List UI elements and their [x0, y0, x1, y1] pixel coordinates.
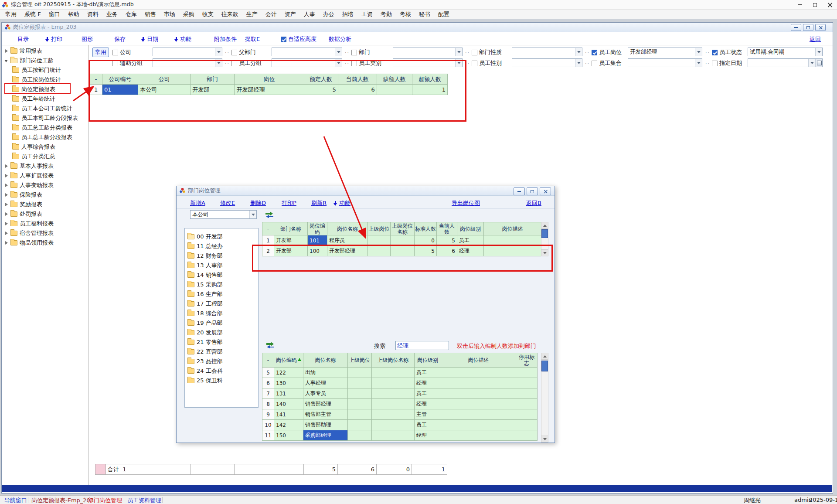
scroll-down-icon[interactable] [541, 249, 548, 256]
dropdown-arrow-icon[interactable] [335, 59, 342, 67]
column-header[interactable]: - [262, 353, 274, 368]
tree-item[interactable]: 部门岗位工龄 [2, 56, 88, 65]
scroll-thumb[interactable] [541, 229, 548, 238]
table-cell[interactable] [368, 235, 391, 246]
filter-select[interactable] [153, 48, 222, 56]
tree-collapse-icon[interactable] [4, 183, 9, 188]
table-cell[interactable]: 开发部 [274, 235, 308, 246]
filter-checkbox[interactable] [231, 50, 237, 55]
filter-checkbox-checked[interactable] [592, 50, 597, 55]
tree-item[interactable]: 常用报表 [2, 46, 88, 56]
function-button[interactable]: 功能 [333, 199, 350, 207]
table-cell[interactable]: 经理 [415, 430, 441, 441]
menu-item[interactable]: 往来款 [218, 10, 242, 18]
table-cell[interactable]: 开发部 [274, 246, 308, 256]
tree-item-selected[interactable]: 00 开发部 [187, 232, 257, 242]
row-number-cell[interactable]: 2 [262, 246, 274, 256]
table-cell[interactable]: 员工 [415, 388, 441, 399]
swap-icon[interactable] [265, 211, 274, 218]
table-cell[interactable] [516, 368, 538, 378]
table-cell[interactable]: 人事专员 [303, 388, 348, 399]
table-cell[interactable]: 开发部经理 [327, 246, 368, 256]
table-cell[interactable] [441, 399, 516, 409]
table-cell[interactable] [372, 420, 415, 430]
table-row[interactable]: 1 开发部 101 程序员 0 5 员工 [262, 235, 541, 246]
tree-collapse-icon[interactable] [4, 212, 9, 217]
menu-item[interactable]: 会计 [262, 10, 281, 18]
table-cell[interactable]: 出纳 [303, 368, 348, 378]
tree-item[interactable]: 物品领用报表 [2, 238, 88, 248]
table-cell[interactable] [391, 235, 415, 246]
table-cell[interactable]: 销售部经理 [303, 399, 348, 409]
table-cell[interactable] [372, 399, 415, 409]
minimize-icon[interactable] [791, 24, 801, 31]
table-cell[interactable]: 140 [274, 399, 303, 409]
filter-select[interactable] [272, 48, 342, 56]
column-header[interactable]: 超额人数 [412, 74, 447, 85]
table-cell[interactable]: 142 [274, 420, 303, 430]
menu-item[interactable]: 收支 [198, 10, 218, 18]
tree-item[interactable]: 15 采购部 [187, 280, 257, 289]
dropdown-arrow-icon[interactable] [215, 48, 222, 56]
extract-button[interactable]: 提取E [245, 35, 260, 43]
table-cell[interactable]: 开发部经理 [235, 85, 304, 95]
search-input[interactable] [395, 341, 449, 350]
table-cell[interactable] [484, 235, 541, 246]
tree-item[interactable]: 员工本公司工龄统计 [2, 104, 88, 113]
menu-item[interactable]: 常用 [1, 10, 20, 18]
scrollbar[interactable] [541, 222, 548, 256]
filter-select[interactable] [628, 58, 702, 67]
dropdown-arrow-icon[interactable] [695, 48, 702, 56]
filter-checkbox[interactable] [472, 50, 477, 55]
tree-collapse-icon[interactable] [4, 49, 9, 54]
tree-item[interactable]: 奖励报表 [2, 200, 88, 209]
tree-collapse-icon[interactable] [4, 231, 9, 236]
table-row[interactable]: 9 141 销售部主管 主管 [262, 409, 538, 420]
table-cell[interactable]: 经理 [415, 378, 441, 388]
tree-item[interactable]: 人事变动报表 [2, 180, 88, 190]
minimize-icon[interactable] [514, 187, 525, 195]
row-number-cell[interactable]: 1 [262, 235, 274, 246]
column-header[interactable]: 公司 [138, 74, 191, 85]
table-cell[interactable]: 员工 [415, 420, 441, 430]
table-cell[interactable] [348, 368, 372, 378]
add-button[interactable]: 新增A [190, 199, 205, 207]
row-number-cell[interactable]: 6 [262, 378, 274, 388]
scroll-up-icon[interactable] [541, 222, 548, 229]
menu-item[interactable]: 考核 [396, 10, 415, 18]
tree-collapse-icon[interactable] [4, 193, 9, 198]
table-cell[interactable] [372, 430, 415, 441]
scroll-up-icon[interactable] [541, 353, 548, 360]
menu-item[interactable]: 市场 [160, 10, 179, 18]
row-number-cell[interactable]: 8 [262, 399, 274, 409]
tree-item[interactable]: 员工年龄统计 [2, 94, 88, 104]
menu-item[interactable]: 配置 [434, 10, 453, 18]
table-cell[interactable]: 100 [308, 246, 327, 256]
column-header[interactable]: 上级岗位 [348, 353, 372, 368]
table-cell[interactable]: 程序员 [327, 235, 368, 246]
employee-status-select[interactable]: 试用期,合同期 [748, 48, 823, 56]
table-cell[interactable]: 5 [304, 85, 338, 95]
tree-collapse-icon[interactable] [4, 202, 9, 207]
column-header[interactable]: 部门 [191, 74, 235, 85]
autofit-checkbox[interactable]: 自适应高度 [281, 35, 316, 43]
tree-item[interactable]: 员工本司工龄分段报表 [2, 113, 88, 123]
row-number-cell[interactable]: 7 [262, 388, 274, 399]
filter-select[interactable] [153, 58, 222, 67]
table-cell[interactable] [441, 420, 516, 430]
table-cell[interactable]: 122 [274, 368, 303, 378]
table-cell[interactable] [516, 399, 538, 409]
table-cell[interactable] [516, 420, 538, 430]
column-header[interactable]: 上级岗位名称 [372, 353, 415, 368]
table-cell[interactable]: 131 [274, 388, 303, 399]
table-cell[interactable] [348, 420, 372, 430]
tree-item[interactable]: 13 人事部 [187, 261, 257, 270]
tree-item[interactable]: 11 总经办 [187, 242, 257, 251]
row-number-cell[interactable]: 9 [262, 409, 274, 420]
table-cell[interactable] [348, 430, 372, 441]
close-icon[interactable] [815, 24, 826, 31]
scroll-thumb[interactable] [541, 361, 548, 371]
menu-item[interactable]: 生产 [242, 10, 262, 18]
table-cell[interactable]: 6 [437, 246, 457, 256]
filter-select[interactable] [393, 58, 463, 67]
